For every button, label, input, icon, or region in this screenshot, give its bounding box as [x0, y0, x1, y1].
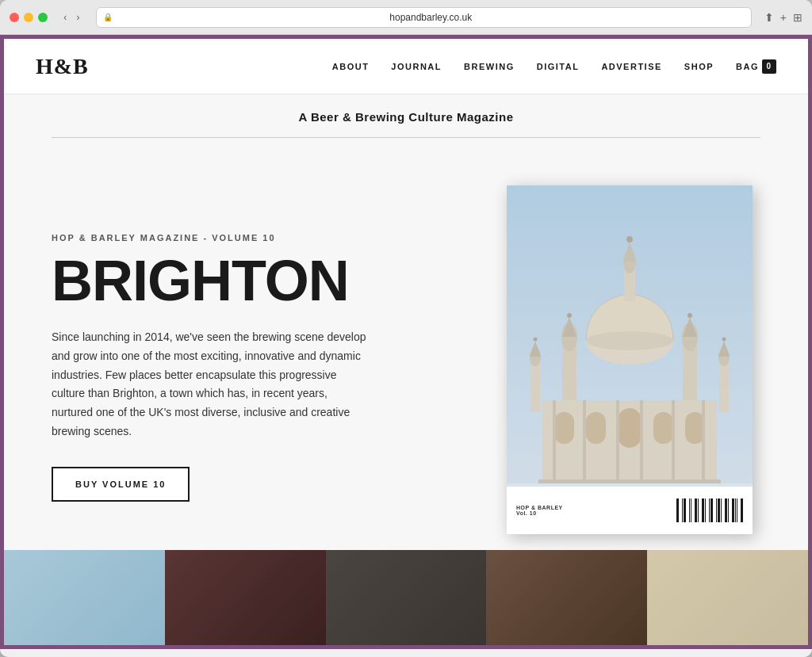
minimize-button[interactable]	[24, 13, 33, 22]
hero-title: BRIGHTON	[52, 252, 459, 309]
thumbnail-2[interactable]	[165, 550, 326, 645]
back-button[interactable]: ‹	[60, 10, 70, 25]
new-tab-icon[interactable]: +	[780, 11, 787, 24]
volume-label: HOP & BARLEY MAGAZINE - VOLUME 10	[52, 233, 459, 243]
svg-point-13	[626, 236, 633, 243]
svg-point-17	[567, 313, 572, 318]
site-tagline: A Beer & Brewing Culture Magazine	[299, 110, 514, 124]
nav-about[interactable]: ABOUT	[332, 62, 370, 71]
nav-journal[interactable]: JOURNAL	[391, 62, 442, 71]
svg-rect-36	[553, 400, 556, 483]
hero-image: &	[507, 185, 760, 534]
magazine-cover: &	[507, 185, 753, 534]
svg-point-9	[586, 331, 673, 350]
svg-rect-37	[583, 400, 586, 483]
traffic-lights	[10, 13, 48, 22]
svg-rect-34	[653, 412, 673, 444]
nav-digital[interactable]: DIGITAL	[537, 62, 580, 71]
svg-rect-32	[586, 412, 606, 444]
browser-right-controls: ⬆ + ⊞	[764, 11, 802, 24]
svg-point-29	[722, 338, 726, 342]
share-icon[interactable]: ⬆	[764, 11, 774, 24]
nav-shop[interactable]: SHOP	[684, 62, 714, 71]
magazine-footer: HOP & BARLEY Vol. 10	[507, 487, 753, 534]
magazine-brand-text: HOP & BARLEY	[516, 505, 563, 510]
tagline-bar: A Beer & Brewing Culture Magazine	[52, 94, 760, 138]
url-text: hopandbarley.co.uk	[117, 12, 745, 23]
close-button[interactable]	[10, 13, 19, 22]
magazine-volume-text: Vol. 10	[516, 510, 563, 516]
svg-rect-38	[616, 400, 619, 483]
address-bar[interactable]: 🔒 hopandbarley.co.uk	[96, 7, 752, 28]
thumbnail-4[interactable]	[486, 550, 647, 645]
site-logo[interactable]: H&B	[36, 54, 89, 79]
nav-brewing[interactable]: BREWING	[464, 62, 515, 71]
barcode	[676, 498, 743, 522]
browser-titlebar: ‹ › 🔒 hopandbarley.co.uk ⬆ + ⊞	[0, 0, 812, 35]
svg-rect-39	[640, 400, 643, 483]
site-header: H&B ABOUT JOURNAL BREWING DIGITAL ADVERT…	[4, 39, 808, 94]
buy-button[interactable]: BUY VOLUME 10	[52, 467, 190, 502]
svg-rect-31	[554, 412, 574, 444]
hero-text: HOP & BARLEY MAGAZINE - VOLUME 10 BRIGHT…	[52, 185, 459, 502]
thumbnails-strip	[4, 550, 808, 645]
svg-rect-33	[618, 408, 642, 448]
pavilion-svg	[507, 185, 753, 487]
forward-button[interactable]: ›	[73, 10, 82, 25]
svg-point-25	[534, 338, 538, 342]
svg-rect-40	[672, 400, 675, 483]
website-content: H&B ABOUT JOURNAL BREWING DIGITAL ADVERT…	[0, 35, 812, 649]
bag-count: 0	[762, 59, 776, 74]
svg-rect-42	[538, 479, 721, 483]
thumbnail-5[interactable]	[647, 550, 808, 645]
svg-rect-41	[702, 400, 705, 483]
nav-advertise[interactable]: ADVERTISE	[601, 62, 661, 71]
hero-description: Since launching in 2014, we've seen the …	[52, 328, 369, 441]
svg-point-21	[688, 313, 692, 318]
fullscreen-button[interactable]	[38, 13, 48, 22]
hero-content: HOP & BARLEY MAGAZINE - VOLUME 10 BRIGHT…	[52, 138, 760, 550]
thumbnail-3[interactable]	[326, 550, 487, 645]
site-nav: ABOUT JOURNAL BREWING DIGITAL ADVERTISE …	[332, 59, 776, 74]
lock-icon: 🔒	[103, 13, 113, 21]
thumbnail-1[interactable]	[4, 550, 165, 645]
bag-button[interactable]: BAG 0	[736, 59, 776, 74]
browser-controls: ‹ ›	[60, 10, 83, 25]
bag-label: BAG	[736, 62, 759, 71]
grid-icon[interactable]: ⊞	[793, 11, 802, 24]
browser-window: ‹ › 🔒 hopandbarley.co.uk ⬆ + ⊞ H&B ABOUT…	[0, 0, 812, 657]
hero-section: A Beer & Brewing Culture Magazine HOP & …	[4, 94, 808, 550]
